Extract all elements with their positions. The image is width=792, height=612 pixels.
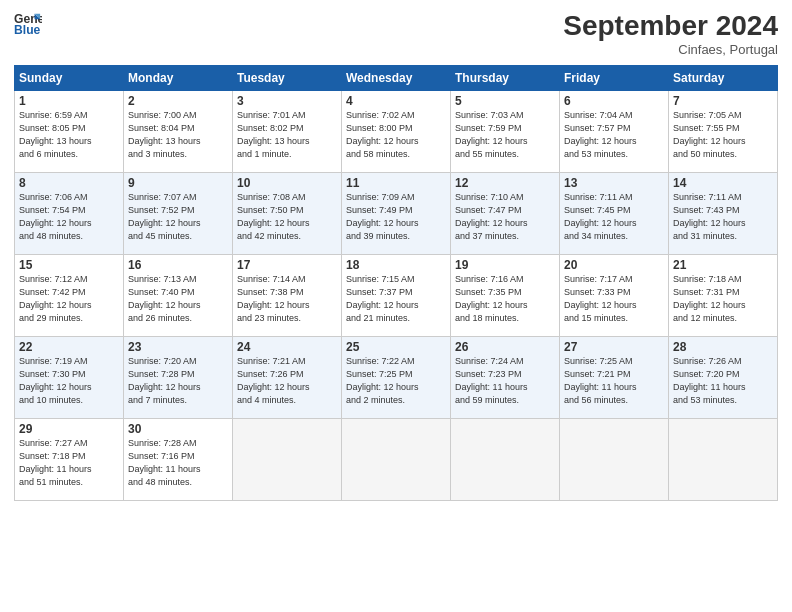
day-info: Sunrise: 7:05 AM Sunset: 7:55 PM Dayligh…: [673, 109, 773, 161]
calendar-cell: 17Sunrise: 7:14 AM Sunset: 7:38 PM Dayli…: [233, 255, 342, 337]
day-info: Sunrise: 7:13 AM Sunset: 7:40 PM Dayligh…: [128, 273, 228, 325]
day-info: Sunrise: 7:14 AM Sunset: 7:38 PM Dayligh…: [237, 273, 337, 325]
calendar-cell: 23Sunrise: 7:20 AM Sunset: 7:28 PM Dayli…: [124, 337, 233, 419]
calendar-cell: 16Sunrise: 7:13 AM Sunset: 7:40 PM Dayli…: [124, 255, 233, 337]
calendar-cell: [451, 419, 560, 501]
day-info: Sunrise: 7:02 AM Sunset: 8:00 PM Dayligh…: [346, 109, 446, 161]
col-saturday: Saturday: [669, 66, 778, 91]
logo: General Blue: [14, 10, 42, 38]
calendar-cell: [342, 419, 451, 501]
day-info: Sunrise: 7:03 AM Sunset: 7:59 PM Dayligh…: [455, 109, 555, 161]
day-info: Sunrise: 7:27 AM Sunset: 7:18 PM Dayligh…: [19, 437, 119, 489]
day-number: 22: [19, 340, 119, 354]
calendar-cell: 20Sunrise: 7:17 AM Sunset: 7:33 PM Dayli…: [560, 255, 669, 337]
day-number: 12: [455, 176, 555, 190]
day-number: 25: [346, 340, 446, 354]
day-number: 2: [128, 94, 228, 108]
calendar-cell: 30Sunrise: 7:28 AM Sunset: 7:16 PM Dayli…: [124, 419, 233, 501]
day-number: 5: [455, 94, 555, 108]
calendar-cell: 10Sunrise: 7:08 AM Sunset: 7:50 PM Dayli…: [233, 173, 342, 255]
week-row-4: 22Sunrise: 7:19 AM Sunset: 7:30 PM Dayli…: [15, 337, 778, 419]
day-number: 24: [237, 340, 337, 354]
day-info: Sunrise: 7:19 AM Sunset: 7:30 PM Dayligh…: [19, 355, 119, 407]
day-info: Sunrise: 7:11 AM Sunset: 7:43 PM Dayligh…: [673, 191, 773, 243]
calendar: Sunday Monday Tuesday Wednesday Thursday…: [14, 65, 778, 501]
calendar-cell: 1Sunrise: 6:59 AM Sunset: 8:05 PM Daylig…: [15, 91, 124, 173]
day-number: 6: [564, 94, 664, 108]
calendar-cell: 21Sunrise: 7:18 AM Sunset: 7:31 PM Dayli…: [669, 255, 778, 337]
col-sunday: Sunday: [15, 66, 124, 91]
day-info: Sunrise: 7:11 AM Sunset: 7:45 PM Dayligh…: [564, 191, 664, 243]
day-number: 19: [455, 258, 555, 272]
day-info: Sunrise: 7:16 AM Sunset: 7:35 PM Dayligh…: [455, 273, 555, 325]
day-number: 29: [19, 422, 119, 436]
day-number: 15: [19, 258, 119, 272]
calendar-cell: 27Sunrise: 7:25 AM Sunset: 7:21 PM Dayli…: [560, 337, 669, 419]
week-row-2: 8Sunrise: 7:06 AM Sunset: 7:54 PM Daylig…: [15, 173, 778, 255]
day-info: Sunrise: 7:24 AM Sunset: 7:23 PM Dayligh…: [455, 355, 555, 407]
calendar-cell: 14Sunrise: 7:11 AM Sunset: 7:43 PM Dayli…: [669, 173, 778, 255]
header: General Blue September 2024 Cinfaes, Por…: [14, 10, 778, 57]
col-monday: Monday: [124, 66, 233, 91]
day-number: 30: [128, 422, 228, 436]
day-info: Sunrise: 6:59 AM Sunset: 8:05 PM Dayligh…: [19, 109, 119, 161]
calendar-cell: 12Sunrise: 7:10 AM Sunset: 7:47 PM Dayli…: [451, 173, 560, 255]
col-thursday: Thursday: [451, 66, 560, 91]
day-info: Sunrise: 7:17 AM Sunset: 7:33 PM Dayligh…: [564, 273, 664, 325]
calendar-cell: 25Sunrise: 7:22 AM Sunset: 7:25 PM Dayli…: [342, 337, 451, 419]
calendar-cell: 13Sunrise: 7:11 AM Sunset: 7:45 PM Dayli…: [560, 173, 669, 255]
calendar-cell: 4Sunrise: 7:02 AM Sunset: 8:00 PM Daylig…: [342, 91, 451, 173]
day-number: 13: [564, 176, 664, 190]
day-number: 14: [673, 176, 773, 190]
week-row-1: 1Sunrise: 6:59 AM Sunset: 8:05 PM Daylig…: [15, 91, 778, 173]
day-number: 11: [346, 176, 446, 190]
day-number: 7: [673, 94, 773, 108]
day-number: 28: [673, 340, 773, 354]
calendar-cell: 22Sunrise: 7:19 AM Sunset: 7:30 PM Dayli…: [15, 337, 124, 419]
logo-icon: General Blue: [14, 10, 42, 38]
title-area: September 2024 Cinfaes, Portugal: [563, 10, 778, 57]
day-info: Sunrise: 7:22 AM Sunset: 7:25 PM Dayligh…: [346, 355, 446, 407]
calendar-cell: 8Sunrise: 7:06 AM Sunset: 7:54 PM Daylig…: [15, 173, 124, 255]
day-number: 20: [564, 258, 664, 272]
day-number: 10: [237, 176, 337, 190]
day-info: Sunrise: 7:09 AM Sunset: 7:49 PM Dayligh…: [346, 191, 446, 243]
day-info: Sunrise: 7:20 AM Sunset: 7:28 PM Dayligh…: [128, 355, 228, 407]
day-number: 21: [673, 258, 773, 272]
calendar-cell: [560, 419, 669, 501]
day-info: Sunrise: 7:26 AM Sunset: 7:20 PM Dayligh…: [673, 355, 773, 407]
calendar-cell: 3Sunrise: 7:01 AM Sunset: 8:02 PM Daylig…: [233, 91, 342, 173]
calendar-body: 1Sunrise: 6:59 AM Sunset: 8:05 PM Daylig…: [15, 91, 778, 501]
calendar-cell: 28Sunrise: 7:26 AM Sunset: 7:20 PM Dayli…: [669, 337, 778, 419]
day-info: Sunrise: 7:18 AM Sunset: 7:31 PM Dayligh…: [673, 273, 773, 325]
day-number: 16: [128, 258, 228, 272]
day-number: 23: [128, 340, 228, 354]
calendar-cell: 24Sunrise: 7:21 AM Sunset: 7:26 PM Dayli…: [233, 337, 342, 419]
day-number: 3: [237, 94, 337, 108]
calendar-cell: 18Sunrise: 7:15 AM Sunset: 7:37 PM Dayli…: [342, 255, 451, 337]
day-info: Sunrise: 7:08 AM Sunset: 7:50 PM Dayligh…: [237, 191, 337, 243]
day-info: Sunrise: 7:01 AM Sunset: 8:02 PM Dayligh…: [237, 109, 337, 161]
calendar-cell: 19Sunrise: 7:16 AM Sunset: 7:35 PM Dayli…: [451, 255, 560, 337]
col-friday: Friday: [560, 66, 669, 91]
calendar-cell: 29Sunrise: 7:27 AM Sunset: 7:18 PM Dayli…: [15, 419, 124, 501]
month-title: September 2024: [563, 10, 778, 42]
day-info: Sunrise: 7:04 AM Sunset: 7:57 PM Dayligh…: [564, 109, 664, 161]
day-number: 1: [19, 94, 119, 108]
day-number: 9: [128, 176, 228, 190]
day-number: 17: [237, 258, 337, 272]
calendar-cell: 5Sunrise: 7:03 AM Sunset: 7:59 PM Daylig…: [451, 91, 560, 173]
day-info: Sunrise: 7:28 AM Sunset: 7:16 PM Dayligh…: [128, 437, 228, 489]
calendar-cell: 2Sunrise: 7:00 AM Sunset: 8:04 PM Daylig…: [124, 91, 233, 173]
day-number: 4: [346, 94, 446, 108]
calendar-cell: 6Sunrise: 7:04 AM Sunset: 7:57 PM Daylig…: [560, 91, 669, 173]
calendar-cell: 26Sunrise: 7:24 AM Sunset: 7:23 PM Dayli…: [451, 337, 560, 419]
week-row-3: 15Sunrise: 7:12 AM Sunset: 7:42 PM Dayli…: [15, 255, 778, 337]
calendar-cell: 11Sunrise: 7:09 AM Sunset: 7:49 PM Dayli…: [342, 173, 451, 255]
col-tuesday: Tuesday: [233, 66, 342, 91]
day-info: Sunrise: 7:00 AM Sunset: 8:04 PM Dayligh…: [128, 109, 228, 161]
day-number: 26: [455, 340, 555, 354]
calendar-cell: [669, 419, 778, 501]
day-info: Sunrise: 7:25 AM Sunset: 7:21 PM Dayligh…: [564, 355, 664, 407]
calendar-cell: 9Sunrise: 7:07 AM Sunset: 7:52 PM Daylig…: [124, 173, 233, 255]
